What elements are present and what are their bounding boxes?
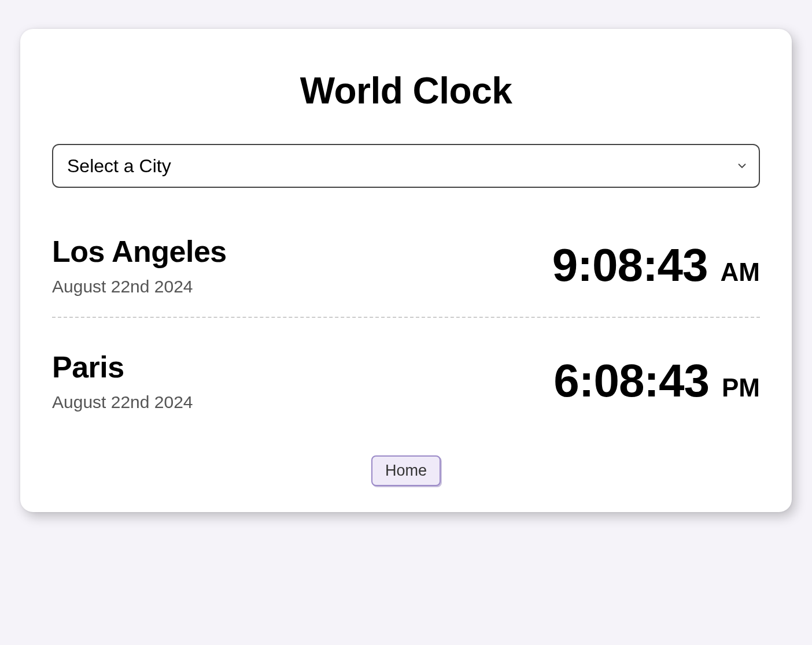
city-block: Los Angeles August 22nd 2024 xyxy=(52,234,227,296)
time-period: PM xyxy=(722,373,760,402)
city-name: Paris xyxy=(52,350,193,384)
clock-row: Paris August 22nd 2024 6:08:43 PM xyxy=(52,317,760,432)
time-block: 6:08:43 PM xyxy=(553,354,760,407)
clock-row: Los Angeles August 22nd 2024 9:08:43 AM xyxy=(52,220,760,317)
time-value: 6:08:43 xyxy=(553,354,709,407)
home-button[interactable]: Home xyxy=(371,455,441,486)
time-period: AM xyxy=(721,258,760,287)
footer: Home xyxy=(52,455,760,486)
city-name: Los Angeles xyxy=(52,234,227,269)
city-block: Paris August 22nd 2024 xyxy=(52,350,193,412)
city-date: August 22nd 2024 xyxy=(52,277,227,296)
city-select[interactable]: Select a City xyxy=(52,144,760,188)
city-date: August 22nd 2024 xyxy=(52,392,193,412)
page-title: World Clock xyxy=(52,69,760,112)
time-value: 9:08:43 xyxy=(552,239,708,292)
world-clock-card: World Clock Select a City Los Angeles Au… xyxy=(20,29,792,512)
time-block: 9:08:43 AM xyxy=(552,239,760,292)
